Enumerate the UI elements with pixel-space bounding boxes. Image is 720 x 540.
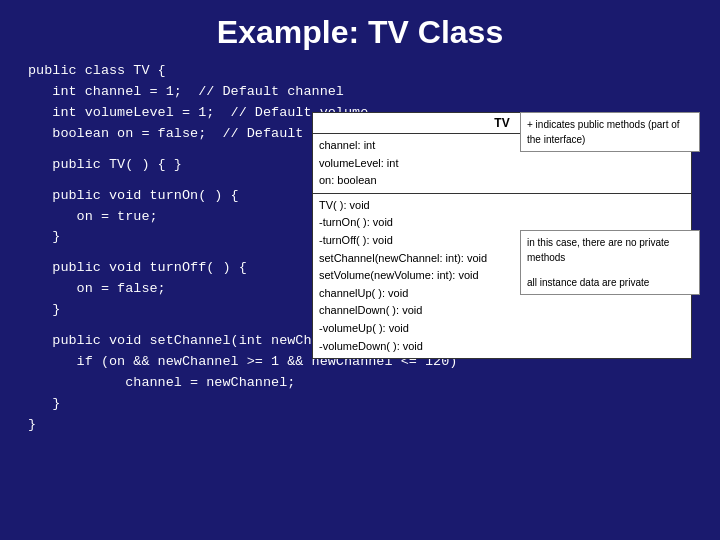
uml-note-2: in this case, there are no private metho… (520, 230, 700, 295)
uml-method-6: channelDown( ): void (319, 302, 685, 320)
page-title: Example: TV Class (0, 0, 720, 59)
uml-method-0: TV( ): void (319, 197, 685, 215)
code-line-15: } (28, 394, 720, 415)
code-line-14: channel = newChannel; (28, 373, 720, 394)
code-line-2: int channel = 1; // Default channel (28, 82, 720, 103)
uml-method-7: -volumeUp( ): void (319, 320, 685, 338)
uml-note-1-text: + indicates public methods (part of the … (527, 119, 680, 145)
uml-field-1: volumeLevel: int (319, 155, 685, 173)
code-line-1: public class TV { (28, 61, 720, 82)
uml-note-1: + indicates public methods (part of the … (520, 112, 700, 152)
uml-method-8: -volumeDown( ): void (319, 338, 685, 356)
uml-note-3-text: all instance data are private (527, 275, 693, 290)
code-line-16: } (28, 415, 720, 436)
uml-note-2-text: in this case, there are no private metho… (527, 235, 693, 265)
uml-field-2: on: boolean (319, 172, 685, 190)
